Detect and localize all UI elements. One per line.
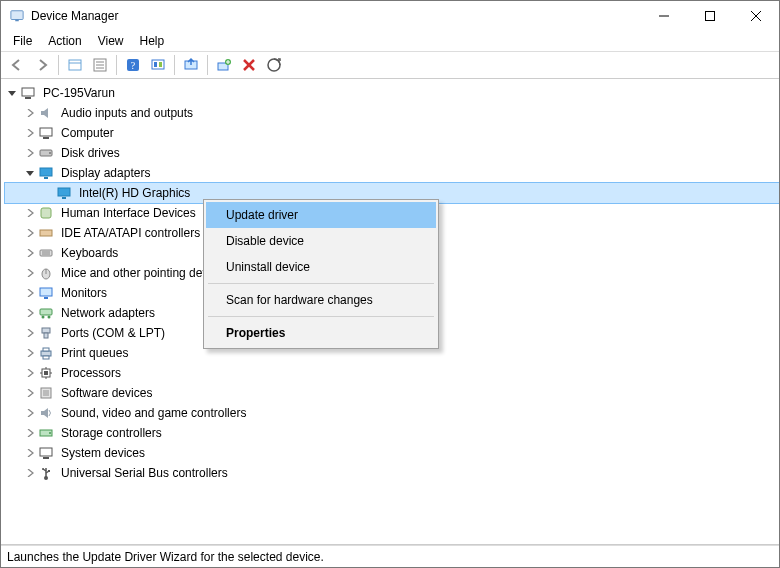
statusbar: Launches the Update Driver Wizard for th… [1, 545, 779, 567]
system-icon [37, 444, 55, 462]
show-hidden-icon[interactable] [63, 53, 87, 77]
tree-node[interactable]: System devices [5, 443, 779, 463]
menubar: File Action View Help [1, 31, 779, 51]
svg-rect-57 [43, 390, 49, 396]
menu-view[interactable]: View [90, 32, 132, 50]
toolbar: ? [1, 51, 779, 79]
tree-node-label: System devices [59, 446, 147, 460]
tree-node-label: Monitors [59, 286, 109, 300]
tree-node-label: Keyboards [59, 246, 120, 260]
chevron-down-icon[interactable] [23, 163, 37, 183]
svg-rect-49 [43, 356, 49, 359]
tree-node[interactable]: Audio inputs and outputs [5, 103, 779, 123]
ctx-separator [208, 316, 434, 317]
tree-node-label: Network adapters [59, 306, 157, 320]
tree-node[interactable]: Processors [5, 363, 779, 383]
menu-help[interactable]: Help [132, 32, 173, 50]
chevron-right-icon[interactable] [23, 203, 37, 223]
menu-file[interactable]: File [5, 32, 40, 50]
ctx-uninstall-device[interactable]: Uninstall device [206, 254, 436, 280]
tree-node[interactable]: Universal Serial Bus controllers [5, 463, 779, 483]
chevron-right-icon[interactable] [23, 123, 37, 143]
svg-rect-45 [42, 328, 50, 333]
forward-icon[interactable] [30, 53, 54, 77]
chevron-right-icon[interactable] [23, 463, 37, 483]
svg-rect-48 [43, 348, 49, 351]
svg-rect-31 [58, 188, 70, 196]
svg-rect-1 [15, 20, 19, 22]
svg-rect-3 [706, 12, 715, 21]
tree-node-label: IDE ATA/ATAPI controllers [59, 226, 202, 240]
action-center-icon[interactable] [146, 53, 170, 77]
tree-node-label: PC-195Varun [41, 86, 117, 100]
svg-rect-41 [44, 297, 48, 299]
svg-rect-14 [152, 60, 164, 69]
hid-icon [37, 204, 55, 222]
tree-node[interactable]: Sound, video and game controllers [5, 403, 779, 423]
chevron-right-icon[interactable] [23, 243, 37, 263]
menu-action[interactable]: Action [40, 32, 89, 50]
ctx-update-driver[interactable]: Update driver [206, 202, 436, 228]
chevron-right-icon[interactable] [23, 263, 37, 283]
display-icon [55, 184, 73, 202]
toolbar-separator [207, 55, 208, 75]
svg-rect-65 [48, 470, 50, 472]
usb-icon [37, 464, 55, 482]
svg-rect-34 [40, 230, 52, 236]
display-icon [37, 164, 55, 182]
ctx-scan-hardware[interactable]: Scan for hardware changes [206, 287, 436, 313]
disable-icon[interactable] [237, 53, 261, 77]
tree-node[interactable]: Computer [5, 123, 779, 143]
tree-node-display-adapters[interactable]: Display adapters [5, 163, 779, 183]
properties-icon[interactable] [88, 53, 112, 77]
tree-root[interactable]: PC-195Varun [5, 83, 779, 103]
chevron-right-icon[interactable] [23, 143, 37, 163]
svg-rect-23 [22, 88, 34, 96]
tree-node-label: Computer [59, 126, 116, 140]
storage-icon [37, 424, 55, 442]
tree-node-label: Print queues [59, 346, 130, 360]
tree-node[interactable]: Storage controllers [5, 423, 779, 443]
chevron-down-icon[interactable] [5, 83, 19, 103]
toolbar-separator [58, 55, 59, 75]
chevron-right-icon[interactable] [23, 283, 37, 303]
update-driver-icon[interactable] [179, 53, 203, 77]
svg-point-43 [42, 316, 45, 319]
uninstall-icon[interactable] [212, 53, 236, 77]
ctx-properties[interactable]: Properties [206, 320, 436, 346]
window-title: Device Manager [31, 9, 641, 23]
svg-rect-47 [41, 351, 51, 356]
chevron-right-icon[interactable] [23, 103, 37, 123]
maximize-button[interactable] [687, 1, 733, 31]
chevron-right-icon[interactable] [23, 383, 37, 403]
close-button[interactable] [733, 1, 779, 31]
tree-node-label: Sound, video and game controllers [59, 406, 248, 420]
monitor-icon [37, 284, 55, 302]
chevron-right-icon[interactable] [23, 223, 37, 243]
chevron-right-icon[interactable] [23, 323, 37, 343]
tree-node[interactable]: Disk drives [5, 143, 779, 163]
chevron-right-icon[interactable] [23, 403, 37, 423]
svg-rect-25 [40, 128, 52, 136]
help-icon[interactable]: ? [121, 53, 145, 77]
chevron-right-icon[interactable] [23, 423, 37, 443]
tree-node-label: Display adapters [59, 166, 152, 180]
chevron-right-icon[interactable] [23, 303, 37, 323]
minimize-button[interactable] [641, 1, 687, 31]
computer-icon [19, 84, 37, 102]
ports-icon [37, 324, 55, 342]
scan-hardware-icon[interactable] [262, 53, 286, 77]
network-icon [37, 304, 55, 322]
back-icon[interactable] [5, 53, 29, 77]
svg-rect-35 [40, 250, 52, 256]
toolbar-separator [116, 55, 117, 75]
chevron-right-icon[interactable] [23, 343, 37, 363]
svg-rect-24 [25, 97, 31, 99]
ide-icon [37, 224, 55, 242]
chevron-right-icon[interactable] [23, 363, 37, 383]
ctx-disable-device[interactable]: Disable device [206, 228, 436, 254]
tree-node[interactable]: Software devices [5, 383, 779, 403]
tree-node-label: Audio inputs and outputs [59, 106, 195, 120]
chevron-right-icon[interactable] [23, 443, 37, 463]
titlebar: Device Manager [1, 1, 779, 31]
